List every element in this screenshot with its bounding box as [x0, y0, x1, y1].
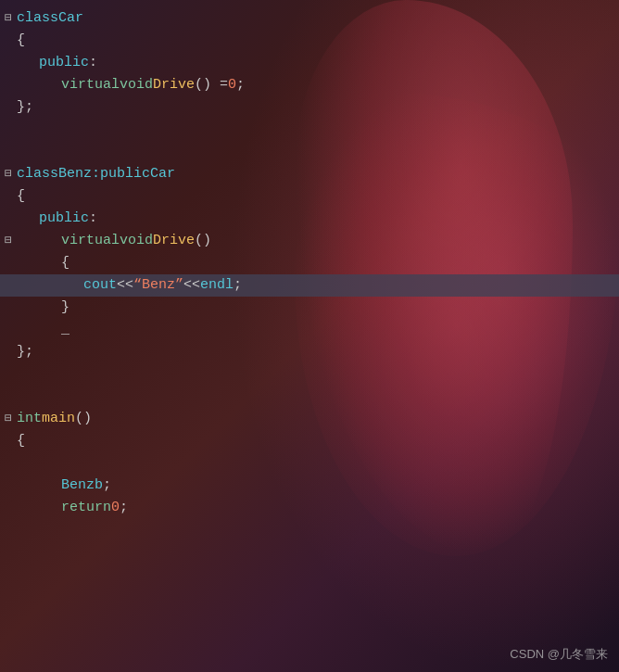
code-line	[0, 363, 619, 386]
token: ;	[234, 274, 242, 296]
token: }	[17, 341, 25, 362]
token: ;	[120, 497, 128, 518]
code-line: };	[0, 96, 619, 119]
token: {	[17, 30, 25, 51]
token: <<	[117, 274, 133, 296]
token: ;	[25, 341, 33, 362]
token: public	[39, 52, 89, 73]
token: class	[17, 7, 58, 29]
token: void	[120, 230, 153, 251]
gutter-icon[interactable]: ⊟	[0, 410, 17, 428]
line-content: };	[17, 341, 33, 362]
token: Benz	[58, 163, 92, 184]
code-line: {	[0, 30, 619, 52]
code-line	[0, 386, 619, 408]
code-line	[0, 452, 619, 475]
line-content: int main()	[17, 408, 92, 429]
token: class	[17, 163, 58, 184]
token: b	[95, 475, 103, 496]
token: virtual	[61, 230, 120, 251]
code-line: cout << “Benz” << endl;	[0, 274, 619, 297]
line-content	[17, 452, 25, 474]
token: {	[17, 185, 25, 207]
token: ;	[25, 96, 33, 118]
line-content: _	[17, 319, 69, 340]
token: return	[61, 497, 111, 518]
line-content: };	[17, 96, 33, 118]
code-line: public:	[0, 52, 619, 74]
token: ()	[75, 408, 92, 429]
token: cout	[83, 274, 117, 296]
token: Car	[150, 163, 175, 184]
token: void	[120, 74, 153, 95]
token: }	[61, 297, 69, 318]
code-line: virtual void Drive() = 0;	[0, 74, 619, 96]
line-content	[17, 363, 25, 385]
token: {	[61, 252, 69, 273]
token: main	[42, 408, 75, 429]
token: :public	[92, 163, 150, 184]
code-line: {	[0, 430, 619, 452]
line-content: return 0;	[17, 497, 128, 518]
token: int	[17, 408, 42, 429]
line-content: public:	[17, 52, 97, 73]
token: ;	[236, 74, 245, 95]
line-content	[17, 386, 25, 407]
line-content: Benz b;	[17, 475, 111, 496]
gutter-icon[interactable]: ⊟	[0, 9, 17, 28]
code-line: ⊟virtual void Drive()	[0, 230, 619, 252]
token: Drive	[153, 74, 195, 95]
token: :	[89, 208, 97, 229]
token: () =	[195, 74, 228, 95]
code-line: };	[0, 341, 619, 363]
line-content: {	[17, 185, 25, 207]
line-content: cout << “Benz” << endl;	[17, 274, 242, 296]
gutter-icon[interactable]: ⊟	[0, 232, 17, 250]
token: 0	[228, 74, 236, 95]
line-content: {	[17, 430, 25, 451]
code-line: ⊟class Car	[0, 7, 619, 30]
line-content: {	[17, 252, 69, 273]
code-line: ⊟int main()	[0, 408, 619, 430]
token: 0	[111, 497, 120, 518]
token: endl	[200, 274, 234, 296]
token: public	[39, 208, 89, 229]
line-content: public:	[17, 208, 97, 229]
line-content	[17, 119, 25, 140]
code-line: public:	[0, 208, 619, 230]
token: {	[17, 430, 25, 451]
code-content: ⊟class Car { public: virtual void Drive(…	[0, 0, 619, 526]
code-editor: ⊟class Car { public: virtual void Drive(…	[0, 0, 619, 672]
code-line: Benz b;	[0, 475, 619, 497]
token: Car	[58, 7, 83, 29]
token: }	[17, 96, 25, 118]
watermark: CSDN @几冬雪来	[510, 646, 608, 663]
watermark-text: CSDN @几冬雪来	[510, 647, 608, 661]
token: ()	[195, 230, 211, 251]
line-content: virtual void Drive() = 0;	[17, 74, 245, 95]
line-content: }	[17, 297, 69, 318]
token: “Benz”	[133, 274, 183, 296]
line-content	[17, 141, 25, 162]
token: ;	[103, 475, 111, 496]
line-content: class Benz :public Car	[17, 163, 175, 184]
token: Benz	[61, 475, 95, 496]
code-line	[0, 141, 619, 163]
token: _	[61, 319, 69, 340]
code-line: }	[0, 297, 619, 319]
code-line: _	[0, 319, 619, 341]
line-content: class Car	[17, 7, 83, 29]
token: :	[89, 52, 97, 73]
gutter-icon[interactable]: ⊟	[0, 165, 17, 184]
code-line: ⊟class Benz :public Car	[0, 163, 619, 185]
token: <<	[183, 274, 200, 296]
code-line: {	[0, 185, 619, 208]
code-line	[0, 119, 619, 141]
token: Drive	[153, 230, 195, 251]
token: virtual	[61, 74, 120, 95]
code-line: return 0;	[0, 497, 619, 519]
line-content: {	[17, 30, 25, 51]
line-content: virtual void Drive()	[17, 230, 211, 251]
code-line: {	[0, 252, 619, 274]
